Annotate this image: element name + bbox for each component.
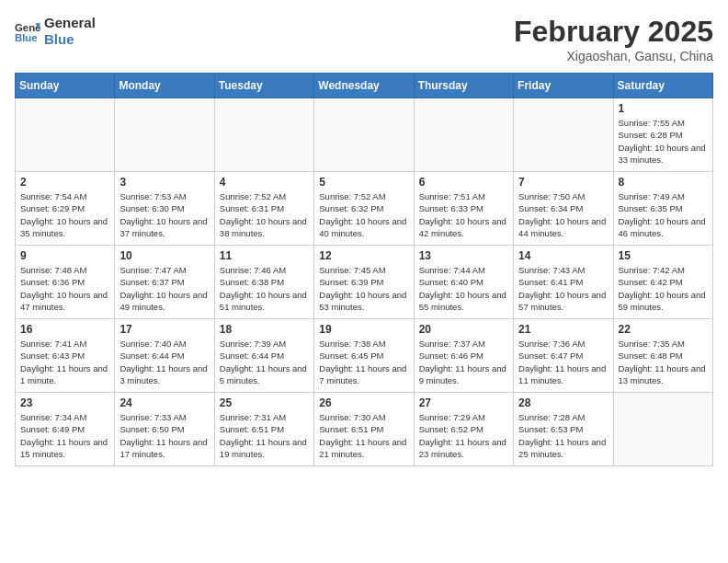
- day-number: 19: [319, 323, 408, 336]
- day-number: 9: [20, 249, 109, 262]
- calendar-cell: 1Sunrise: 7:55 AM Sunset: 6:28 PM Daylig…: [613, 98, 712, 172]
- day-number: 6: [419, 176, 508, 189]
- day-info: Sunrise: 7:42 AM Sunset: 6:42 PM Dayligh…: [619, 264, 708, 313]
- day-number: 13: [419, 249, 508, 262]
- day-info: Sunrise: 7:44 AM Sunset: 6:40 PM Dayligh…: [419, 264, 508, 313]
- logo: General Blue General Blue: [15, 15, 96, 48]
- day-info: Sunrise: 7:54 AM Sunset: 6:29 PM Dayligh…: [20, 190, 109, 239]
- day-number: 11: [220, 249, 309, 262]
- day-number: 18: [220, 323, 309, 336]
- day-info: Sunrise: 7:45 AM Sunset: 6:39 PM Dayligh…: [319, 264, 408, 313]
- calendar-cell: 3Sunrise: 7:53 AM Sunset: 6:30 PM Daylig…: [115, 172, 214, 246]
- day-number: 21: [518, 323, 608, 336]
- calendar-cell: [16, 98, 115, 172]
- calendar-cell: 17Sunrise: 7:40 AM Sunset: 6:44 PM Dayli…: [115, 319, 214, 393]
- calendar-cell: 16Sunrise: 7:41 AM Sunset: 6:43 PM Dayli…: [16, 319, 115, 393]
- day-info: Sunrise: 7:46 AM Sunset: 6:38 PM Dayligh…: [220, 264, 309, 313]
- calendar-cell: 21Sunrise: 7:36 AM Sunset: 6:47 PM Dayli…: [514, 319, 613, 393]
- day-number: 15: [619, 249, 708, 262]
- calendar-cell: 18Sunrise: 7:39 AM Sunset: 6:44 PM Dayli…: [214, 319, 313, 393]
- calendar-cell: [414, 98, 513, 172]
- weekday-header-wednesday: Wednesday: [314, 74, 414, 98]
- weekday-header-sunday: Sunday: [16, 74, 115, 98]
- day-number: 3: [119, 176, 209, 189]
- day-info: Sunrise: 7:51 AM Sunset: 6:33 PM Dayligh…: [419, 190, 508, 239]
- calendar-cell: 11Sunrise: 7:46 AM Sunset: 6:38 PM Dayli…: [214, 246, 313, 319]
- day-number: 25: [220, 396, 309, 409]
- calendar-cell: 10Sunrise: 7:47 AM Sunset: 6:37 PM Dayli…: [115, 246, 214, 319]
- weekday-header-thursday: Thursday: [414, 74, 513, 98]
- weekday-header-saturday: Saturday: [613, 74, 712, 98]
- day-info: Sunrise: 7:48 AM Sunset: 6:36 PM Dayligh…: [20, 264, 109, 313]
- weekday-header-tuesday: Tuesday: [214, 74, 313, 98]
- day-number: 17: [119, 323, 209, 336]
- calendar-cell: 28Sunrise: 7:28 AM Sunset: 6:53 PM Dayli…: [514, 393, 613, 466]
- day-info: Sunrise: 7:35 AM Sunset: 6:48 PM Dayligh…: [619, 338, 708, 386]
- calendar-cell: 19Sunrise: 7:38 AM Sunset: 6:45 PM Dayli…: [314, 319, 414, 393]
- day-info: Sunrise: 7:30 AM Sunset: 6:51 PM Dayligh…: [319, 411, 408, 460]
- calendar-cell: 14Sunrise: 7:43 AM Sunset: 6:41 PM Dayli…: [514, 246, 613, 319]
- calendar-cell: [314, 98, 414, 172]
- day-info: Sunrise: 7:38 AM Sunset: 6:45 PM Dayligh…: [319, 338, 408, 386]
- weekday-header-friday: Friday: [514, 74, 613, 98]
- day-info: Sunrise: 7:34 AM Sunset: 6:49 PM Dayligh…: [20, 411, 109, 460]
- day-number: 8: [619, 176, 708, 189]
- calendar-cell: 7Sunrise: 7:50 AM Sunset: 6:34 PM Daylig…: [514, 172, 613, 246]
- day-info: Sunrise: 7:33 AM Sunset: 6:50 PM Dayligh…: [119, 411, 209, 460]
- day-number: 12: [319, 249, 408, 262]
- day-number: 16: [20, 323, 109, 336]
- calendar-cell: [214, 98, 313, 172]
- day-info: Sunrise: 7:40 AM Sunset: 6:44 PM Dayligh…: [119, 338, 209, 386]
- day-info: Sunrise: 7:29 AM Sunset: 6:52 PM Dayligh…: [419, 411, 508, 460]
- calendar-cell: 5Sunrise: 7:52 AM Sunset: 6:32 PM Daylig…: [314, 172, 414, 246]
- day-info: Sunrise: 7:52 AM Sunset: 6:32 PM Dayligh…: [319, 190, 408, 239]
- calendar-cell: [115, 98, 214, 172]
- day-number: 5: [319, 176, 408, 189]
- day-number: 22: [619, 323, 708, 336]
- day-number: 23: [20, 396, 109, 409]
- day-info: Sunrise: 7:53 AM Sunset: 6:30 PM Dayligh…: [119, 190, 209, 239]
- day-info: Sunrise: 7:41 AM Sunset: 6:43 PM Dayligh…: [20, 338, 109, 386]
- calendar-cell: 22Sunrise: 7:35 AM Sunset: 6:48 PM Dayli…: [613, 319, 712, 393]
- logo-icon: General Blue: [15, 18, 40, 44]
- calendar-cell: [613, 393, 712, 466]
- calendar-cell: 27Sunrise: 7:29 AM Sunset: 6:52 PM Dayli…: [414, 393, 513, 466]
- calendar-cell: 26Sunrise: 7:30 AM Sunset: 6:51 PM Dayli…: [314, 393, 414, 466]
- calendar-cell: 2Sunrise: 7:54 AM Sunset: 6:29 PM Daylig…: [16, 172, 115, 246]
- day-number: 1: [619, 102, 708, 115]
- weekday-header-monday: Monday: [115, 74, 214, 98]
- calendar-cell: 15Sunrise: 7:42 AM Sunset: 6:42 PM Dayli…: [613, 246, 712, 319]
- page-header: General Blue General Blue February 2025 …: [15, 15, 713, 63]
- svg-text:Blue: Blue: [15, 32, 38, 43]
- day-info: Sunrise: 7:49 AM Sunset: 6:35 PM Dayligh…: [619, 190, 708, 239]
- day-number: 28: [518, 396, 608, 409]
- calendar-cell: 25Sunrise: 7:31 AM Sunset: 6:51 PM Dayli…: [214, 393, 313, 466]
- calendar-cell: 24Sunrise: 7:33 AM Sunset: 6:50 PM Dayli…: [115, 393, 214, 466]
- logo-line2: Blue: [44, 31, 96, 48]
- day-info: Sunrise: 7:36 AM Sunset: 6:47 PM Dayligh…: [518, 338, 608, 386]
- calendar-cell: 6Sunrise: 7:51 AM Sunset: 6:33 PM Daylig…: [414, 172, 513, 246]
- day-info: Sunrise: 7:31 AM Sunset: 6:51 PM Dayligh…: [220, 411, 309, 460]
- day-number: 14: [518, 249, 608, 262]
- day-info: Sunrise: 7:55 AM Sunset: 6:28 PM Dayligh…: [619, 117, 708, 166]
- day-number: 27: [419, 396, 508, 409]
- day-info: Sunrise: 7:47 AM Sunset: 6:37 PM Dayligh…: [119, 264, 209, 313]
- day-number: 24: [119, 396, 209, 409]
- calendar-cell: 13Sunrise: 7:44 AM Sunset: 6:40 PM Dayli…: [414, 246, 513, 319]
- location: Xigaoshan, Gansu, China: [514, 49, 713, 63]
- title-block: February 2025 Xigaoshan, Gansu, China: [514, 15, 713, 63]
- day-number: 7: [518, 176, 608, 189]
- month-title: February 2025: [514, 15, 713, 49]
- calendar-cell: 20Sunrise: 7:37 AM Sunset: 6:46 PM Dayli…: [414, 319, 513, 393]
- day-info: Sunrise: 7:37 AM Sunset: 6:46 PM Dayligh…: [419, 338, 508, 386]
- calendar-cell: 4Sunrise: 7:52 AM Sunset: 6:31 PM Daylig…: [214, 172, 313, 246]
- calendar-cell: 23Sunrise: 7:34 AM Sunset: 6:49 PM Dayli…: [16, 393, 115, 466]
- day-number: 26: [319, 396, 408, 409]
- day-number: 4: [220, 176, 309, 189]
- day-number: 2: [20, 176, 109, 189]
- calendar-table: SundayMondayTuesdayWednesdayThursdayFrid…: [15, 73, 713, 466]
- day-info: Sunrise: 7:43 AM Sunset: 6:41 PM Dayligh…: [518, 264, 608, 313]
- calendar-cell: 9Sunrise: 7:48 AM Sunset: 6:36 PM Daylig…: [16, 246, 115, 319]
- day-info: Sunrise: 7:39 AM Sunset: 6:44 PM Dayligh…: [220, 338, 309, 386]
- day-info: Sunrise: 7:52 AM Sunset: 6:31 PM Dayligh…: [220, 190, 309, 239]
